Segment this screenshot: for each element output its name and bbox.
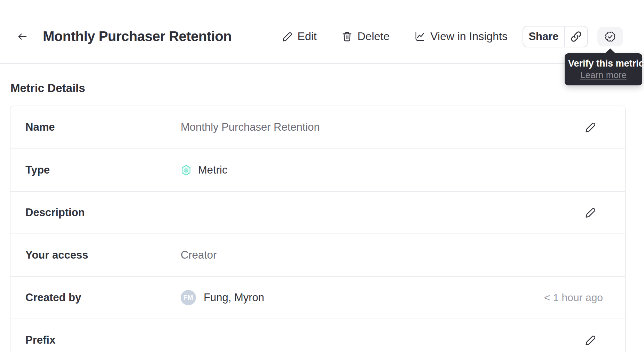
copy-link-button[interactable]	[565, 26, 588, 47]
row-label: Description	[25, 206, 181, 219]
verify-metric-tooltip: Verify this metric Learn more	[565, 53, 642, 85]
pencil-icon	[584, 206, 597, 219]
detail-row-name: Name Monthly Purchaser Retention	[10, 106, 625, 148]
learn-more-link[interactable]: Learn more	[580, 70, 627, 80]
verified-badge-icon	[604, 30, 617, 43]
pencil-icon	[281, 31, 293, 43]
edit-label: Edit	[298, 30, 317, 43]
edit-prefix-button[interactable]	[584, 334, 597, 347]
metric-hexagon-icon	[181, 164, 191, 176]
tooltip-title: Verify this metric	[568, 58, 639, 69]
view-in-insights-label: View in Insights	[430, 30, 508, 43]
delete-label: Delete	[358, 30, 390, 43]
link-icon	[570, 30, 583, 43]
avatar: FM	[181, 290, 196, 305]
metric-details-card: Name Monthly Purchaser Retention Type	[10, 106, 626, 352]
access-value: Creator	[181, 249, 217, 261]
edit-name-button[interactable]	[584, 121, 597, 134]
header-actions: Edit Delete View in Insights	[281, 26, 623, 47]
detail-row-created-by: Created by FM Fung, Myron < 1 hour ago	[10, 276, 625, 319]
detail-row-description: Description	[10, 191, 625, 234]
share-button[interactable]: Share	[523, 26, 565, 47]
view-in-insights-button[interactable]: View in Insights	[414, 30, 508, 43]
trash-icon	[341, 31, 353, 43]
row-label: Type	[25, 164, 181, 176]
delete-button[interactable]: Delete	[341, 30, 390, 43]
edit-button[interactable]: Edit	[281, 30, 317, 43]
pencil-icon	[584, 121, 597, 133]
line-chart-icon	[414, 31, 426, 43]
edit-description-button[interactable]	[584, 206, 597, 219]
arrow-left-icon	[17, 31, 28, 42]
detail-row-your-access: Your access Creator	[10, 234, 625, 276]
pencil-icon	[584, 334, 597, 346]
detail-row-prefix: Prefix	[10, 319, 625, 352]
metric-detail-page: Monthly Purchaser Retention Edit Delete	[0, 0, 644, 352]
tooltip-notch	[605, 48, 616, 54]
section-heading: Metric Details	[10, 81, 644, 95]
row-label: Name	[25, 121, 181, 133]
share-group: Share	[523, 26, 588, 47]
created-by-value: Fung, Myron	[204, 291, 264, 304]
row-label: Created by	[25, 291, 181, 304]
detail-row-type: Type Metric	[10, 148, 625, 191]
row-label: Your access	[25, 249, 181, 261]
back-button[interactable]	[17, 31, 28, 42]
verify-metric-button[interactable]	[597, 27, 623, 46]
created-timestamp: < 1 hour ago	[544, 292, 603, 304]
page-title: Monthly Purchaser Retention	[43, 29, 231, 44]
name-value: Monthly Purchaser Retention	[181, 121, 320, 133]
type-value: Metric	[198, 164, 227, 176]
header: Monthly Purchaser Retention Edit Delete	[0, 0, 644, 64]
row-label: Prefix	[25, 334, 181, 346]
